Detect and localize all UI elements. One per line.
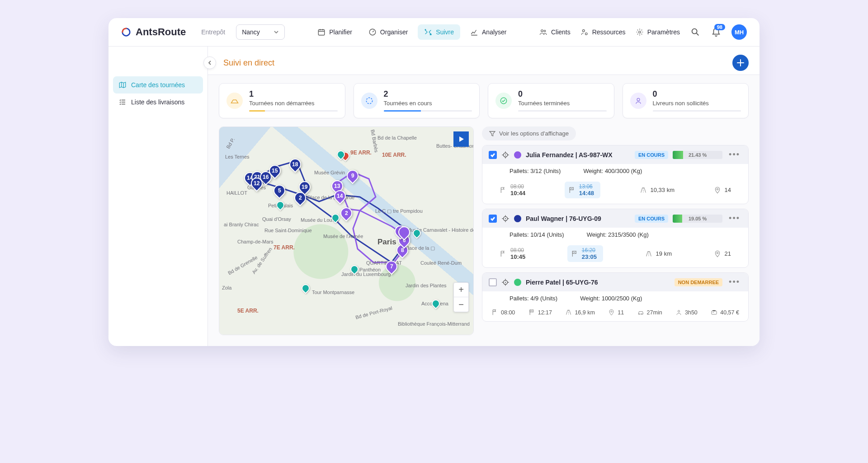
map-poi[interactable] bbox=[300, 282, 311, 294]
nav-planifier[interactable]: Planifier bbox=[311, 24, 359, 40]
sidebar: Carte des tournées Liste des livraisons bbox=[108, 47, 208, 346]
map-icon bbox=[118, 81, 127, 89]
route-header[interactable]: Julia Fernandez | AS-987-WXEN COURS21.43… bbox=[482, 145, 748, 164]
distance: 19 km bbox=[645, 250, 672, 257]
end-time: 13:0614:48 bbox=[565, 182, 600, 198]
zoom-in-button[interactable]: + bbox=[454, 283, 468, 297]
svg-point-3 bbox=[425, 29, 426, 30]
route-checkbox[interactable] bbox=[489, 151, 497, 159]
stat-bar bbox=[384, 110, 472, 112]
route-status-chip: EN COURS bbox=[635, 151, 668, 159]
stops: 21 bbox=[714, 250, 731, 257]
route-more-button[interactable]: ••• bbox=[727, 277, 742, 287]
map-pin[interactable]: 5 bbox=[271, 182, 288, 199]
side-link-label: Liste des livraisons bbox=[131, 98, 184, 106]
map-pin[interactable]: 18 bbox=[287, 156, 304, 173]
depot-value: Nancy bbox=[242, 28, 260, 36]
end-time: 12:17 bbox=[528, 309, 552, 316]
map-label: 5E ARR. bbox=[237, 308, 259, 314]
route-subline: Pallets: 4/9 (Units) Weight: 1000/2500 (… bbox=[482, 291, 748, 305]
chevron-down-icon bbox=[274, 29, 279, 35]
stat-label: Tournées non démarrées bbox=[249, 100, 338, 107]
svg-point-19 bbox=[505, 218, 506, 219]
stat-number: 1 bbox=[249, 90, 338, 98]
nav-ressources[interactable]: Ressources bbox=[580, 26, 626, 38]
map-label: 7E ARR. bbox=[274, 244, 295, 251]
svg-rect-4 bbox=[430, 34, 432, 35]
map-label: Bibliothèque François-Mitterrand bbox=[398, 321, 470, 327]
route-progress: 21.43 % bbox=[673, 151, 722, 159]
calendar-icon bbox=[317, 28, 326, 36]
list-check-icon bbox=[118, 98, 127, 106]
stat-label: Tournées terminées bbox=[518, 100, 607, 107]
route-more-button[interactable]: ••• bbox=[727, 150, 742, 159]
svg-point-17 bbox=[717, 188, 718, 190]
route-weight: Weight: 400/3000 (Kg) bbox=[583, 168, 642, 174]
stat-number: 2 bbox=[384, 90, 472, 98]
map-pin[interactable]: 9 bbox=[344, 168, 361, 184]
start-time: 08:0010:44 bbox=[500, 183, 525, 196]
stat-card-idle[interactable]: 0 Livreurs non sollicités bbox=[623, 83, 749, 118]
route-weight: Weight: 1000/2500 (Kg) bbox=[580, 295, 642, 302]
route-more-button[interactable]: ••• bbox=[727, 214, 742, 223]
route-header[interactable]: Pierre Patel | 65-UYG-76NON DEMARREE••• bbox=[482, 273, 748, 291]
svg-point-11 bbox=[366, 98, 372, 103]
map-label: Champ-de-Mars bbox=[237, 239, 273, 244]
stat-card-inprogress[interactable]: 2 Tournées en cours bbox=[354, 83, 480, 118]
stat-card-finished[interactable]: 0 Tournées terminées bbox=[488, 83, 614, 118]
nav-label: Planifier bbox=[329, 28, 352, 36]
content-row: 9E ARR.10E ARR.7E ARR.5E ARR.ParisBd de … bbox=[208, 126, 760, 346]
map-container[interactable]: 9E ARR.10E ARR.7E ARR.5E ARR.ParisBd de … bbox=[219, 126, 474, 335]
back-button[interactable] bbox=[203, 56, 216, 69]
map-poi[interactable] bbox=[274, 199, 286, 210]
nav-organiser[interactable]: Organiser bbox=[362, 24, 414, 40]
plus-icon bbox=[736, 59, 745, 67]
side-link-liste[interactable]: Liste des livraisons bbox=[113, 94, 203, 111]
map-label: Place de la ▢ ncorde bbox=[307, 195, 354, 201]
search-button[interactable] bbox=[690, 27, 701, 37]
route-header[interactable]: Paul Wagner | 76-UYG-09EN COURS19.05 %••… bbox=[482, 209, 748, 228]
route-pallets: Pallets: 3/12 (Units) bbox=[509, 168, 561, 174]
depot-select[interactable]: Nancy bbox=[236, 24, 285, 40]
nav-suivre[interactable]: Suivre bbox=[418, 24, 460, 40]
app-window: AntsRoute Entrepôt Nancy Planifier Organ… bbox=[108, 18, 760, 346]
svg-rect-27 bbox=[712, 311, 717, 314]
route-checkbox[interactable] bbox=[489, 215, 497, 223]
nav-clients[interactable]: Clients bbox=[539, 26, 571, 38]
nav-label: Clients bbox=[551, 28, 571, 36]
distance: 10,33 km bbox=[640, 187, 675, 194]
stat-number: 0 bbox=[518, 90, 607, 98]
svg-point-25 bbox=[611, 311, 612, 312]
zoom-out-button[interactable]: − bbox=[454, 297, 468, 312]
stat-icon bbox=[361, 93, 377, 109]
map-canvas[interactable]: 9E ARR.10E ARR.7E ARR.5E ARR.ParisBd de … bbox=[219, 127, 473, 335]
play-button[interactable] bbox=[453, 131, 469, 147]
display-options-button[interactable]: Voir les options d'affichage bbox=[482, 126, 576, 140]
stat-card-notstarted[interactable]: 1 Tournées non démarrées bbox=[219, 83, 345, 118]
topbar: AntsRoute Entrepôt Nancy Planifier Organ… bbox=[108, 18, 760, 47]
brand-name: AntsRoute bbox=[136, 26, 186, 38]
route-checkbox[interactable] bbox=[489, 278, 497, 286]
user-avatar[interactable]: MH bbox=[731, 24, 747, 40]
map-pin[interactable]: 2 bbox=[338, 205, 355, 222]
side-link-carte[interactable]: Carte des tournées bbox=[113, 76, 203, 94]
nav-label: Ressources bbox=[592, 28, 626, 36]
route-card: Julia Fernandez | AS-987-WXEN COURS21.43… bbox=[482, 145, 749, 204]
route-progress: 19.05 % bbox=[673, 215, 722, 223]
zoom-controls: + − bbox=[453, 282, 469, 312]
routes-list: Julia Fernandez | AS-987-WXEN COURS21.43… bbox=[482, 145, 749, 326]
route-pallets: Pallets: 4/9 (Units) bbox=[509, 295, 557, 302]
notifications-button[interactable]: 98 bbox=[711, 27, 722, 37]
nav-parametres[interactable]: Paramètres bbox=[636, 26, 680, 38]
stat-bar bbox=[249, 110, 338, 112]
map-poi[interactable] bbox=[430, 298, 441, 309]
nav-analyser[interactable]: Analyser bbox=[464, 24, 513, 40]
nav-label: Organiser bbox=[380, 28, 408, 36]
svg-point-8 bbox=[585, 33, 587, 35]
map-label: Paris bbox=[377, 238, 396, 247]
add-button[interactable] bbox=[732, 55, 749, 71]
map-label: Bd P. bbox=[225, 137, 236, 150]
svg-point-23 bbox=[505, 281, 506, 282]
depot-label: Entrepôt bbox=[201, 28, 225, 36]
route-stats: 08:0010:45 16:2023:05 19 km 21 bbox=[482, 242, 748, 267]
